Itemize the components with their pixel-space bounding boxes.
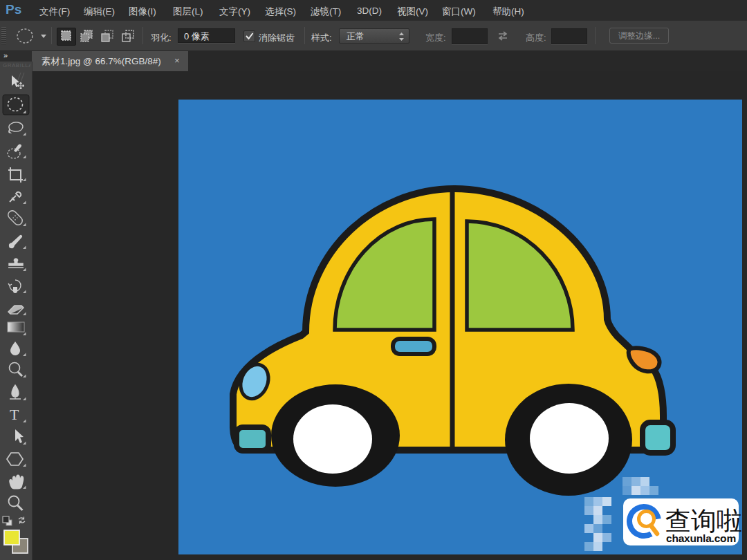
svg-text:查询啦: 查询啦: [665, 507, 742, 535]
svg-text:T: T: [10, 406, 19, 423]
svg-text:chaxunla.com: chaxunla.com: [666, 532, 736, 544]
